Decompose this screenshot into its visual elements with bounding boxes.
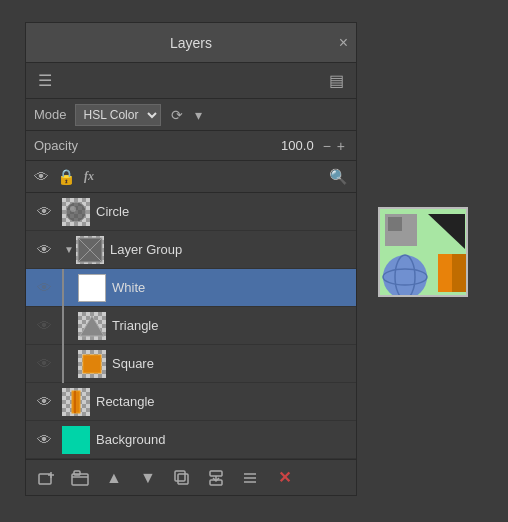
icons-row: ☰ ▤	[26, 63, 356, 99]
more-options-button[interactable]	[234, 464, 266, 492]
layer-thumbnail	[78, 350, 106, 378]
svg-rect-15	[175, 471, 185, 481]
svg-rect-16	[210, 471, 222, 476]
mode-row: Mode HSL Color Normal Multiply Screen Ov…	[26, 99, 356, 131]
mode-dropdown-icon[interactable]: ▾	[191, 105, 206, 125]
title-bar: Layers ×	[26, 23, 356, 63]
opacity-row: Opacity 100.0 − +	[26, 131, 356, 161]
layer-name: Background	[96, 432, 352, 447]
layer-name: Circle	[96, 204, 352, 219]
layer-row[interactable]: 👁 Square	[26, 345, 356, 383]
svg-rect-8	[74, 391, 76, 413]
layer-visibility-toggle[interactable]: 👁	[26, 241, 62, 258]
close-button[interactable]: ×	[339, 35, 348, 51]
layers-panel: Layers × ☰ ▤ Mode HSL Color Normal Multi…	[25, 22, 357, 496]
layer-visibility-toggle[interactable]: 👁	[26, 355, 62, 372]
svg-rect-6	[83, 355, 101, 373]
layer-thumbnail	[62, 388, 90, 416]
layer-visibility-toggle[interactable]: 👁	[26, 317, 62, 334]
panel-title: Layers	[170, 35, 212, 51]
visibility-filter-icon[interactable]: 👁	[34, 168, 49, 185]
move-up-button[interactable]: ▲	[98, 464, 130, 492]
opacity-value: 100.0	[281, 138, 314, 153]
opacity-plus-button[interactable]: +	[334, 138, 348, 154]
layer-thumbnail	[76, 236, 104, 264]
layer-thumbnail	[78, 274, 106, 302]
layer-name: Layer Group	[110, 242, 352, 257]
svg-point-0	[66, 202, 86, 222]
layer-row[interactable]: 👁 Triangle	[26, 307, 356, 345]
panel-menu-icon[interactable]: ▤	[323, 67, 350, 94]
layer-name: Square	[112, 356, 352, 371]
layer-visibility-toggle[interactable]: 👁	[26, 393, 62, 410]
svg-marker-5	[80, 316, 104, 336]
mode-label: Mode	[34, 107, 67, 122]
delete-button[interactable]: ✕	[268, 464, 300, 492]
layer-visibility-toggle[interactable]: 👁	[26, 203, 62, 220]
new-group-button[interactable]	[64, 464, 96, 492]
svg-rect-13	[74, 471, 80, 475]
svg-rect-26	[438, 254, 452, 292]
svg-point-23	[383, 255, 427, 297]
svg-rect-21	[388, 217, 402, 231]
layer-row[interactable]: 👁 White	[26, 269, 356, 307]
bottom-toolbar: ▲ ▼ ✕	[26, 459, 356, 495]
layer-name: White	[112, 280, 352, 295]
preview-canvas	[378, 207, 468, 297]
svg-rect-14	[178, 474, 188, 484]
opacity-minus-button[interactable]: −	[320, 138, 334, 154]
layer-row[interactable]: 👁 Circle	[26, 193, 356, 231]
layer-thumbnail	[62, 198, 90, 226]
layer-visibility-toggle[interactable]: 👁	[26, 279, 62, 296]
layer-visibility-toggle[interactable]: 👁	[26, 431, 62, 448]
mode-select[interactable]: HSL Color Normal Multiply Screen Overlay	[75, 104, 161, 126]
layer-name: Triangle	[112, 318, 352, 333]
merge-button[interactable]	[200, 464, 232, 492]
layer-row[interactable]: 👁 ▼ Layer Group	[26, 231, 356, 269]
layer-row[interactable]: 👁 Background	[26, 421, 356, 459]
svg-point-1	[70, 206, 76, 212]
layer-name: Rectangle	[96, 394, 352, 409]
layer-thumbnail	[62, 426, 90, 454]
svg-rect-27	[452, 254, 466, 292]
move-down-button[interactable]: ▼	[132, 464, 164, 492]
reset-mode-icon[interactable]: ⟳	[167, 105, 187, 125]
layer-expand-button[interactable]: ▼	[62, 243, 76, 257]
fx-filter-icon[interactable]: fx	[84, 169, 94, 184]
layers-list: 👁 Circle 👁 ▼ Layer Group	[26, 193, 356, 459]
layer-row[interactable]: 👁 Rectangle	[26, 383, 356, 421]
hamburger-icon[interactable]: ☰	[32, 67, 58, 94]
lock-filter-icon[interactable]: 🔒	[57, 168, 76, 186]
layer-thumbnail	[78, 312, 106, 340]
new-layer-button[interactable]	[30, 464, 62, 492]
duplicate-button[interactable]	[166, 464, 198, 492]
mode-right-icons: ⟳ ▾	[167, 105, 206, 125]
filter-row: 👁 🔒 fx 🔍	[26, 161, 356, 193]
search-icon[interactable]: 🔍	[329, 168, 348, 186]
opacity-label: Opacity	[34, 138, 78, 153]
